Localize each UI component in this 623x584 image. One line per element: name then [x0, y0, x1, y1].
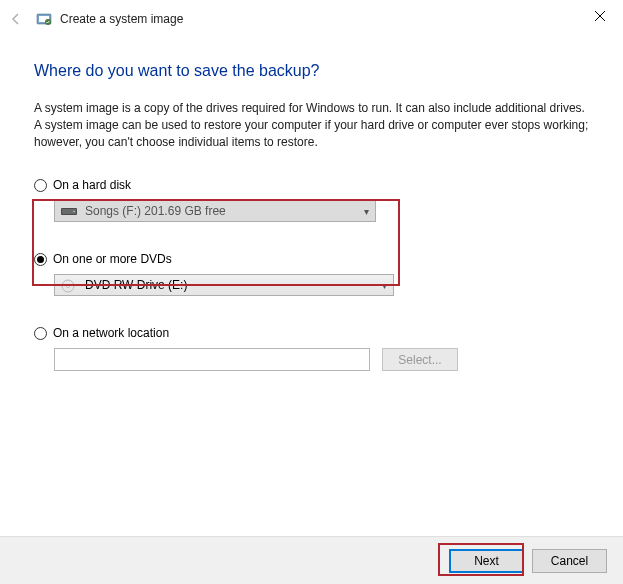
description-text: A system image is a copy of the drives r… — [34, 100, 589, 150]
app-icon — [36, 11, 52, 27]
dropdown-dvd[interactable]: DVD RW Drive (E:) ▾ — [54, 274, 394, 296]
label-network: On a network location — [53, 326, 169, 340]
select-button: Select... — [382, 348, 458, 371]
back-button — [0, 0, 32, 38]
hard-disk-value: Songs (F:) 201.69 GB free — [85, 204, 364, 218]
radio-dvd[interactable] — [34, 253, 47, 266]
radio-network[interactable] — [34, 327, 47, 340]
page-heading: Where do you want to save the backup? — [34, 62, 589, 80]
option-hard-disk: On a hard disk Songs (F:) 201.69 GB free… — [34, 178, 589, 222]
option-dvd: On one or more DVDs DVD RW Drive (E:) ▾ — [34, 252, 589, 296]
window-title: Create a system image — [60, 12, 183, 26]
dvd-value: DVD RW Drive (E:) — [85, 278, 382, 292]
radio-hard-disk[interactable] — [34, 179, 47, 192]
hdd-icon — [61, 205, 77, 217]
label-dvd: On one or more DVDs — [53, 252, 172, 266]
network-path-input[interactable] — [54, 348, 370, 371]
cancel-button[interactable]: Cancel — [532, 549, 607, 573]
svg-point-5 — [73, 211, 75, 213]
titlebar: Create a system image — [0, 0, 623, 38]
dropdown-hard-disk[interactable]: Songs (F:) 201.69 GB free ▾ — [54, 200, 376, 222]
content-area: Where do you want to save the backup? A … — [0, 38, 623, 371]
svg-point-7 — [67, 285, 70, 288]
next-button[interactable]: Next — [449, 549, 524, 573]
option-network: On a network location Select... — [34, 326, 589, 371]
chevron-down-icon: ▾ — [382, 280, 387, 291]
chevron-down-icon: ▾ — [364, 206, 369, 217]
label-hard-disk: On a hard disk — [53, 178, 131, 192]
disc-icon — [61, 279, 77, 291]
close-button[interactable] — [577, 0, 623, 32]
bottom-bar: Next Cancel — [0, 536, 623, 584]
